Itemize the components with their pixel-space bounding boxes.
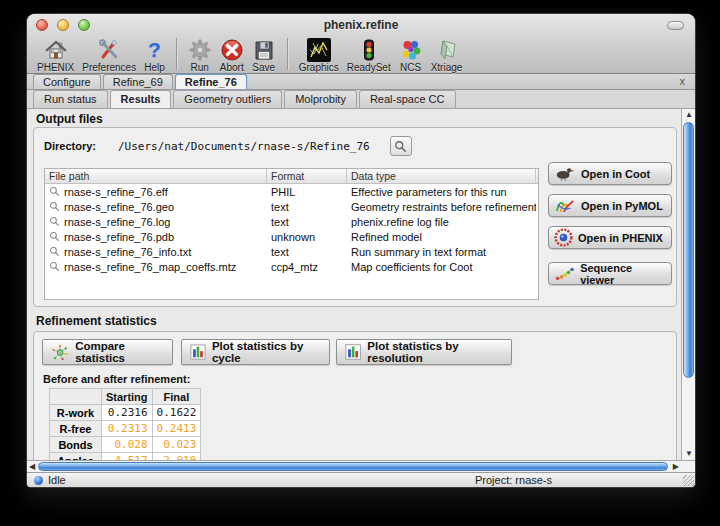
sequence-viewer-button[interactable]: Sequence viewer bbox=[548, 262, 672, 285]
toolbar-label: Save bbox=[252, 62, 275, 73]
plot-statistics-by-resolution-button[interactable]: Plot statistics by resolution bbox=[336, 339, 512, 365]
table-row[interactable]: rnase-s_refine_76.geo text Geometry rest… bbox=[45, 199, 538, 214]
floppy-icon bbox=[252, 37, 276, 62]
minimize-window-button[interactable] bbox=[57, 19, 69, 31]
magnifier-icon bbox=[49, 216, 60, 227]
file-format: text bbox=[267, 246, 347, 258]
stat-starting-value: 0.028 bbox=[102, 437, 153, 453]
title-bar: phenix.refine bbox=[27, 14, 695, 36]
subtab-results[interactable]: Results bbox=[110, 90, 172, 108]
toolbar-separator bbox=[176, 38, 177, 70]
plot-statistics-by-cycle-button[interactable]: Plot statistics by cycle bbox=[181, 339, 330, 365]
gear-icon bbox=[188, 37, 212, 62]
zoom-window-button[interactable] bbox=[78, 19, 90, 31]
tab-refine-76[interactable]: Refine_76 bbox=[175, 74, 247, 89]
directory-row: Directory: /Users/nat/Documents/rnase-s/… bbox=[44, 136, 412, 156]
subtab-molprobity[interactable]: Molprobity bbox=[284, 90, 357, 108]
tab-refine-69[interactable]: Refine_69 bbox=[103, 74, 173, 89]
tab-configure[interactable]: Configure bbox=[33, 74, 101, 89]
file-data-type: Map coefficients for Coot bbox=[347, 261, 536, 273]
sub-tab-bar: Run status Results Geometry outliers Mol… bbox=[27, 90, 695, 109]
files-table-header[interactable]: File path Format Data type bbox=[45, 169, 538, 184]
compare-statistics-button[interactable]: Compare statistics bbox=[42, 339, 173, 365]
subtab-run-status[interactable]: Run status bbox=[33, 90, 108, 108]
stat-label: Angles bbox=[50, 453, 102, 461]
stat-starting-value: 0.2316 bbox=[102, 405, 153, 421]
toolbar-button-run[interactable]: Run bbox=[186, 37, 214, 73]
scroll-up-arrow-icon[interactable]: ▲ bbox=[682, 110, 695, 120]
toolbar-button-readyset[interactable]: ReadySet bbox=[345, 37, 393, 73]
column-header-data-type[interactable]: Data type bbox=[347, 169, 536, 183]
toolbar-label: Preferences bbox=[82, 62, 136, 73]
file-data-type: phenix.refine log file bbox=[347, 216, 536, 228]
button-label: Compare statistics bbox=[75, 340, 164, 364]
colored-cluster-icon bbox=[399, 37, 423, 62]
table-row[interactable]: rnase-s_refine_76.eff PHIL Effective par… bbox=[45, 184, 538, 199]
stat-starting-value: 4.517 bbox=[102, 453, 153, 461]
table-row[interactable]: rnase-s_refine_76_map_coeffs.mtz ccp4_mt… bbox=[45, 259, 538, 274]
table-row[interactable]: rnase-s_refine_76_info.txt text Run summ… bbox=[45, 244, 538, 259]
vertical-scrollbar[interactable]: ▲ ▼ bbox=[681, 109, 695, 460]
column-header-file-path[interactable]: File path bbox=[45, 169, 267, 183]
file-data-type: Effective parameters for this run bbox=[347, 186, 536, 198]
open-in-pymol-button[interactable]: Open in PyMOL bbox=[548, 194, 672, 217]
traffic-lights bbox=[36, 19, 90, 31]
refinement-stats-table: Starting Final R-work 0.2316 0.1622 R-fr… bbox=[49, 388, 201, 460]
stat-label: R-free bbox=[50, 421, 102, 437]
toolbar-toggle-lozenge[interactable] bbox=[667, 21, 684, 30]
toolbar-button-help[interactable]: ? Help bbox=[142, 37, 167, 73]
file-format: text bbox=[267, 216, 347, 228]
open-in-coot-button[interactable]: Open in Coot bbox=[548, 162, 672, 185]
resize-grip[interactable] bbox=[683, 475, 694, 486]
stats-row-r-work: R-work 0.2316 0.1622 bbox=[50, 405, 201, 421]
toolbar-button-save[interactable]: Save bbox=[250, 37, 278, 73]
horizontal-scrollbar[interactable]: ◀ ▶ bbox=[27, 460, 695, 472]
magnifier-icon bbox=[394, 140, 407, 153]
open-in-phenix-button[interactable]: Open in PHENIX bbox=[548, 226, 672, 249]
horizontal-scrollbar-thumb[interactable] bbox=[38, 462, 668, 471]
status-bar: Idle Project: rnase-s bbox=[27, 472, 695, 487]
stat-label: Bonds bbox=[50, 437, 102, 453]
output-files-heading: Output files bbox=[36, 112, 103, 126]
directory-label: Directory: bbox=[44, 140, 96, 152]
browse-directory-button[interactable] bbox=[390, 136, 412, 156]
subtab-real-space-cc[interactable]: Real-space CC bbox=[359, 90, 456, 108]
column-header-format[interactable]: Format bbox=[267, 169, 347, 183]
output-files-panel: Directory: /Users/nat/Documents/rnase-s/… bbox=[33, 127, 677, 307]
toolbar-button-phenix[interactable]: PHENIX bbox=[35, 37, 76, 73]
toolbar-label: PHENIX bbox=[37, 62, 74, 73]
table-row[interactable]: rnase-s_refine_76.pdb unknown Refined mo… bbox=[45, 229, 538, 244]
button-label: Sequence viewer bbox=[580, 262, 666, 286]
app-window: phenix.refine PHENIX Preferences ? Help bbox=[27, 14, 695, 487]
refinement-statistics-heading: Refinement statistics bbox=[36, 314, 157, 328]
stats-row-r-free: R-free 0.2313 0.2413 bbox=[50, 421, 201, 437]
tab-close-icon[interactable]: x bbox=[677, 75, 689, 88]
table-row[interactable]: rnase-s_refine_76.log text phenix.refine… bbox=[45, 214, 538, 229]
before-after-label: Before and after refinement: bbox=[43, 373, 190, 385]
toolbar-button-preferences[interactable]: Preferences bbox=[80, 37, 138, 73]
toolbar-button-xtriage[interactable]: Xtriage bbox=[429, 37, 465, 73]
file-path: rnase-s_refine_76.pdb bbox=[64, 231, 174, 243]
stats-col-final: Final bbox=[152, 389, 201, 405]
subtab-geometry-outliers[interactable]: Geometry outliers bbox=[173, 90, 282, 108]
file-path: rnase-s_refine_76.log bbox=[64, 216, 170, 228]
subtab-label: Real-space CC bbox=[370, 93, 445, 105]
vertical-scrollbar-thumb[interactable] bbox=[683, 122, 694, 378]
sequence-icon bbox=[554, 265, 575, 282]
scroll-down-arrow-icon[interactable]: ▼ bbox=[682, 449, 695, 459]
toolbar-label: ReadySet bbox=[347, 62, 391, 73]
magnifier-icon bbox=[49, 231, 60, 242]
toolbar-label: NCS bbox=[400, 62, 421, 73]
toolbar-button-graphics[interactable]: Graphics bbox=[297, 37, 341, 73]
close-window-button[interactable] bbox=[36, 19, 48, 31]
toolbar-button-ncs[interactable]: NCS bbox=[397, 37, 425, 73]
button-label: Open in PyMOL bbox=[581, 200, 663, 212]
stat-starting-value: 0.2313 bbox=[102, 421, 153, 437]
magnifier-icon bbox=[49, 261, 60, 272]
subtab-label: Results bbox=[121, 93, 161, 105]
stats-corner-cell bbox=[50, 389, 102, 405]
file-format: text bbox=[267, 201, 347, 213]
toolbar-button-abort[interactable]: Abort bbox=[218, 37, 246, 73]
output-files-table: File path Format Data type rnase-s_refin… bbox=[44, 168, 539, 300]
file-data-type: Run summary in text format bbox=[347, 246, 536, 258]
